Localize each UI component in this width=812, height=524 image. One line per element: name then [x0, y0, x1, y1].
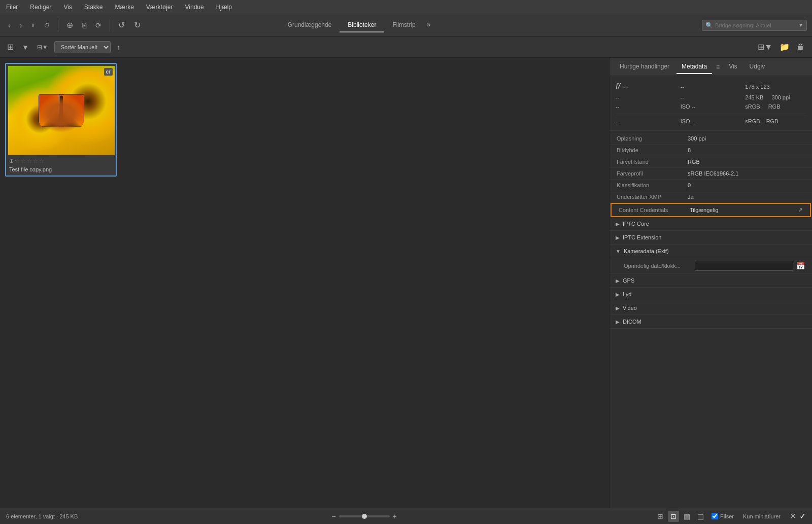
history-button[interactable]: ⏱ — [41, 20, 53, 30]
meta-label-resolution: Opløsning — [617, 135, 688, 142]
colorspace-value: sRGB — [745, 117, 760, 125]
search-input[interactable] — [715, 22, 796, 28]
view-grid-button[interactable]: ⊞ — [655, 511, 666, 522]
menu-vaerktoejer[interactable]: Værktøjer — [144, 3, 175, 12]
calendar-icon[interactable]: 📅 — [796, 262, 805, 270]
view-mode-icon[interactable]: ⊞▼ — [756, 40, 774, 54]
right-panel: Hurtige handlinger Metadata ≡ Vis Udgiv … — [609, 58, 812, 508]
filter-button[interactable]: ⊟▼ — [35, 42, 50, 53]
copy-button[interactable]: ⎘ — [79, 19, 89, 31]
star-3[interactable]: ☆ — [27, 158, 32, 164]
view-list2-button[interactable]: ▥ — [695, 511, 706, 522]
filter-label: Fliser — [720, 513, 734, 519]
meta-value-xmp: Ja — [688, 194, 805, 200]
view-list1-button[interactable]: ▤ — [681, 511, 693, 522]
section-iptc-extension[interactable]: ▶ IPTC Extension — [610, 231, 812, 244]
ok-button[interactable]: ✓ — [799, 511, 806, 521]
section-gps[interactable]: ▶ GPS — [610, 274, 812, 288]
star-1[interactable]: ☆ — [15, 158, 20, 164]
search-dropdown-button[interactable]: ▼ — [798, 22, 803, 28]
menu-hjaelp[interactable]: Hjælp — [214, 3, 234, 12]
toolbar-separator-2 — [110, 19, 110, 31]
filterbar: ⊞ ▼ ⊟▼ Sortér Manuelt ↑ ⊞▼ 📁 🗑 — [0, 37, 812, 58]
tab-udgiv[interactable]: Udgiv — [745, 60, 770, 74]
ok-cancel-buttons: ✕ ✓ — [790, 511, 806, 521]
section-video[interactable]: ▶ Video — [610, 301, 812, 315]
statusbar: 6 elementer, 1 valgt · 245 KB − + ⊞ ⊡ ▤ … — [0, 508, 812, 524]
section-iptc-core[interactable]: ▶ IPTC Core — [610, 217, 812, 231]
star-4[interactable]: ☆ — [33, 158, 38, 164]
camera-date-input[interactable] — [695, 261, 793, 271]
nav-down-button[interactable]: ∨ — [28, 20, 38, 30]
chevron-dicom-icon: ▶ — [616, 319, 620, 325]
chevron-gps-icon: ▶ — [616, 278, 620, 284]
tab-vis[interactable]: Vis — [724, 60, 742, 74]
zoom-track[interactable] — [339, 515, 390, 517]
main-content: cr ⊕ ☆ ☆ ☆ ☆ ☆ Test file copy.png Hurtig… — [0, 58, 812, 508]
rotate-ccw-button[interactable]: ↺ — [115, 18, 128, 32]
aperture-value: f/ -- — [616, 81, 676, 92]
filter-dropdown-button[interactable]: ▼ — [20, 41, 31, 53]
rotate-cw-button[interactable]: ↻ — [131, 18, 144, 32]
filesize-value: 245 KB — [745, 93, 763, 101]
menu-vis[interactable]: Vis — [61, 3, 74, 12]
meta-label-farveprofil: Farveprofil — [617, 170, 688, 177]
sort-direction-button[interactable]: ↑ — [115, 41, 122, 53]
meta-value-klassifikation: 0 — [688, 182, 805, 188]
meta-row-xmp: Understøtter XMP Ja — [610, 191, 812, 203]
camera-date-row: Oprindelig dato/klokk... 📅 — [610, 258, 812, 274]
thumbnail-filename: Test file copy.png — [8, 165, 114, 173]
thumbnail-rating[interactable]: ⊕ ☆ ☆ ☆ ☆ ☆ — [8, 157, 114, 165]
view-buttons: ⊞ ⊡ ▤ ▥ — [655, 511, 706, 522]
tab-biblioteker[interactable]: Biblioteker — [340, 18, 384, 32]
nav-forward-button[interactable]: › — [17, 19, 25, 31]
section-dicom[interactable]: ▶ DICOM — [610, 315, 812, 329]
menu-filer[interactable]: Filer — [4, 3, 20, 12]
menu-stakke[interactable]: Stakke — [82, 3, 105, 12]
tab-metadata[interactable]: Metadata — [676, 60, 712, 74]
thumbnail-item[interactable]: cr ⊕ ☆ ☆ ☆ ☆ ☆ Test file copy.png — [5, 63, 117, 177]
meta-row-farvetilstand: Farvetilstand RGB — [610, 156, 812, 168]
content-credentials-link-icon[interactable]: ↗ — [798, 206, 803, 214]
section-title-kameradata: Kameradata (Exif) — [624, 248, 669, 254]
expand-tabs-button[interactable]: » — [424, 18, 434, 32]
butterfly-wing-right — [59, 94, 84, 127]
thumbnail-only-label: Kun miniatiurer — [743, 513, 781, 519]
menu-rediger[interactable]: Rediger — [28, 3, 53, 12]
metadata-options-icon[interactable]: ≡ — [714, 61, 722, 73]
section-title-lyd: Lyd — [623, 291, 631, 297]
chevron-iptc-core-icon: ▶ — [616, 221, 620, 227]
sort-select[interactable]: Sortér Manuelt — [54, 41, 111, 53]
colorspace-value: sRGB — [745, 102, 760, 111]
sync-button[interactable]: ⟳ — [92, 19, 105, 31]
cancel-button[interactable]: ✕ — [790, 511, 796, 521]
menu-vindue[interactable]: Vindue — [183, 3, 206, 12]
section-lyd[interactable]: ▶ Lyd — [610, 288, 812, 301]
tab-grundlaeggende[interactable]: Grundlæggende — [280, 18, 340, 32]
section-kameradata[interactable]: ▼ Kameradata (Exif) — [610, 244, 812, 258]
filter-checkbox[interactable] — [712, 513, 718, 519]
zoom-slider: − + — [332, 512, 397, 520]
tab-filmstrip[interactable]: Filmstrip — [384, 18, 423, 32]
sunflower-background — [8, 66, 115, 155]
camera-raw-button[interactable]: ⊕ — [63, 18, 76, 32]
thumbnail-size-icon[interactable]: ⊞ — [5, 40, 16, 54]
zoom-plus-button[interactable]: + — [393, 512, 397, 520]
delete-button[interactable]: 🗑 — [795, 41, 807, 54]
meta-value-content-credentials: Tilgængelig — [690, 207, 798, 213]
new-folder-button[interactable]: 📁 — [777, 40, 792, 54]
star-2[interactable]: ☆ — [21, 158, 26, 164]
zoom-minus-button[interactable]: − — [332, 512, 336, 520]
meta-row-content-credentials[interactable]: Content Credentials Tilgængelig ↗ — [611, 203, 811, 217]
menu-maerke[interactable]: Mærke — [113, 3, 136, 12]
view-thumb-button[interactable]: ⊡ — [668, 511, 679, 522]
zoom-thumb[interactable] — [362, 514, 367, 519]
metadata-table: Opløsning 300 ppi Bitdybde 8 Farvetilsta… — [610, 131, 812, 508]
meta-value-bitdybde: 8 — [688, 147, 805, 153]
ev-value: -- — [616, 93, 676, 101]
meta-row-resolution: Opløsning 300 ppi — [610, 133, 812, 145]
content-area[interactable]: cr ⊕ ☆ ☆ ☆ ☆ ☆ Test file copy.png — [0, 58, 609, 508]
nav-back-button[interactable]: ‹ — [5, 19, 14, 31]
star-5[interactable]: ☆ — [39, 158, 44, 164]
tab-hurtige-handlinger[interactable]: Hurtige handlinger — [615, 60, 674, 74]
